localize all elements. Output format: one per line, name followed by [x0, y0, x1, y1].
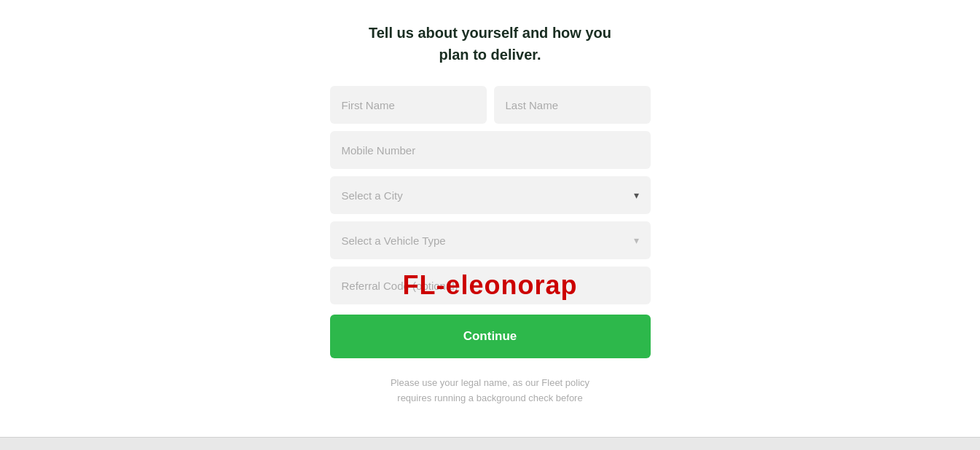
first-name-input[interactable] — [330, 86, 487, 124]
vehicle-select-wrapper: Select a Vehicle Type Bicycle Motorcycle… — [330, 221, 651, 259]
last-name-input[interactable] — [494, 86, 651, 124]
city-select[interactable]: Select a City New York Los Angeles Chica… — [330, 176, 651, 214]
footer-note: Please use your legal name, as our Fleet… — [330, 376, 651, 406]
page-container: Tell us about yourself and how you plan … — [0, 0, 980, 421]
referral-input[interactable] — [330, 267, 651, 304]
mobile-input[interactable] — [330, 131, 651, 169]
form-container: Select a City New York Los Angeles Chica… — [330, 86, 651, 406]
heading-title: Tell us about yourself and how you plan … — [369, 22, 611, 66]
city-select-wrapper: Select a City New York Los Angeles Chica… — [330, 176, 651, 214]
bottom-bar — [0, 437, 980, 450]
vehicle-select[interactable]: Select a Vehicle Type Bicycle Motorcycle… — [330, 221, 651, 259]
heading: Tell us about yourself and how you plan … — [369, 22, 611, 66]
name-row — [330, 86, 651, 124]
referral-wrapper: FL-eleonorap — [330, 267, 651, 304]
continue-button[interactable]: Continue — [330, 315, 651, 358]
